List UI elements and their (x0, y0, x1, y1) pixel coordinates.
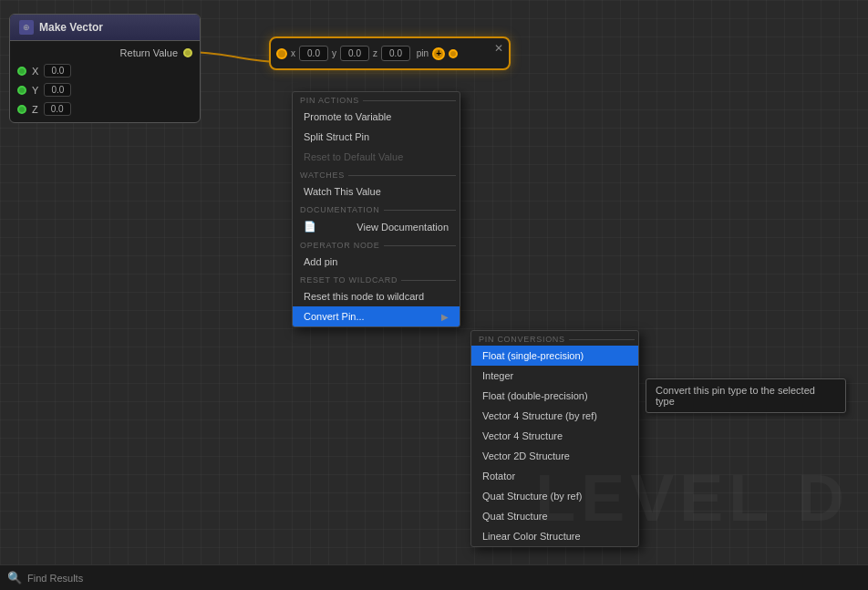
x-pin: X 0.0 (10, 61, 200, 80)
z-field[interactable]: 0.0 (381, 46, 410, 61)
watch-this-value-item[interactable]: Watch This Value (293, 181, 460, 202)
return-value-pin: Return Value (10, 45, 200, 61)
vector-output-node: ✕ x 0.0 y 0.0 z 0.0 pin + (269, 36, 511, 70)
make-vector-node: ⊕ Make Vector Return Value X 0.0 Y 0.0 Z… (9, 14, 201, 123)
vector-input-pin (276, 48, 287, 59)
watermark: LEVEL D (535, 461, 850, 535)
split-struct-pin-item[interactable]: Split Struct Pin (293, 127, 460, 147)
view-documentation-item[interactable]: 📄 View Documentation (293, 216, 460, 237)
y-pin-dot (17, 86, 26, 95)
x-value[interactable]: 0.0 (44, 64, 71, 78)
float-double-item[interactable]: Float (double-precision) (471, 386, 638, 406)
add-pin-button[interactable]: + (432, 47, 445, 60)
z-pin-dot (17, 105, 26, 114)
return-pin-dot (183, 48, 192, 57)
find-results-label: Find Results (27, 573, 83, 584)
bottom-bar: 🔍 Find Results (0, 564, 868, 590)
pin-conversions-section: PIN CONVERSIONS (471, 331, 638, 346)
y-label: Y (32, 85, 38, 96)
tooltip: Convert this pin type to the selected ty… (646, 378, 846, 413)
wildcard-section: RESET TO WILDCARD (293, 272, 460, 286)
vector4-item[interactable]: Vector 4 Structure (471, 426, 638, 446)
z-pin: Z 0.0 (10, 99, 200, 119)
close-icon[interactable]: ✕ (494, 42, 503, 55)
operator-node-section: OPERATOR NODE (293, 237, 460, 252)
convert-pin-item[interactable]: Convert Pin... ▶ (293, 306, 460, 326)
integer-item[interactable]: Integer (471, 366, 638, 386)
node-icon: ⊕ (19, 20, 34, 35)
y-field-label: y (332, 48, 336, 58)
pin-actions-section: PIN ACTIONS (293, 92, 460, 107)
z-label: Z (32, 104, 38, 115)
x-field-label: x (291, 48, 295, 58)
node-body: Return Value X 0.0 Y 0.0 Z 0.0 (10, 41, 200, 122)
x-field[interactable]: 0.0 (299, 46, 328, 61)
tooltip-text: Convert this pin type to the selected ty… (656, 385, 815, 407)
documentation-section: DOCUMENTATION (293, 202, 460, 216)
vector-node-body: x 0.0 y 0.0 z 0.0 pin + (271, 38, 509, 68)
reset-default-item: Reset to Default Value (293, 147, 460, 167)
node-header: ⊕ Make Vector (10, 15, 200, 41)
vector4-ref-item[interactable]: Vector 4 Structure (by ref) (471, 406, 638, 426)
y-value[interactable]: 0.0 (44, 83, 71, 97)
reset-wildcard-item[interactable]: Reset this node to wildcard (293, 286, 460, 306)
context-menu: PIN ACTIONS Promote to Variable Split St… (292, 91, 460, 327)
float-single-item[interactable]: Float (single-precision) (471, 346, 638, 366)
promote-to-variable-item[interactable]: Promote to Variable (293, 107, 460, 127)
pin-label: pin (414, 48, 429, 58)
return-label: Return Value (120, 47, 178, 58)
node-title: Make Vector (39, 21, 103, 34)
z-value[interactable]: 0.0 (44, 102, 71, 116)
x-pin-dot (17, 67, 26, 76)
add-pin-item[interactable]: Add pin (293, 252, 460, 272)
chevron-right-icon: ▶ (441, 312, 449, 322)
search-icon: 🔍 (7, 571, 22, 585)
y-field[interactable]: 0.0 (340, 46, 369, 61)
y-pin: Y 0.0 (10, 80, 200, 99)
watches-section: WATCHES (293, 167, 460, 181)
x-label: X (32, 66, 38, 77)
doc-icon: 📄 (304, 221, 316, 233)
z-field-label: z (373, 48, 377, 58)
vector-output-pin (449, 49, 458, 58)
